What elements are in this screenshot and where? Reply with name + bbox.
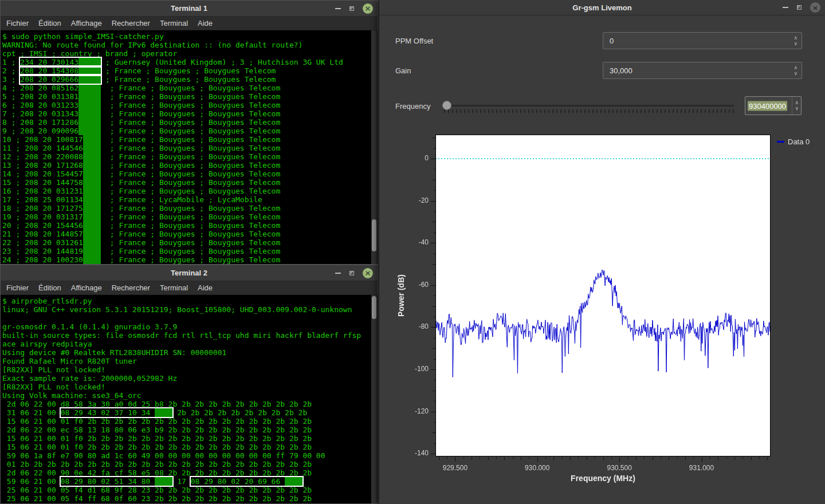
spin-up-icon[interactable]: ∧ [795, 100, 799, 105]
terminal1-menubar: FichierÉditionAffichageRechercherTermina… [1, 17, 378, 30]
y-tick [431, 201, 435, 202]
redaction-block [285, 477, 302, 486]
x-tick [628, 457, 628, 459]
terminal-line: 17 ; 208 25 001134 ; France ; LycaMobile… [2, 195, 378, 204]
menu-item[interactable]: Affichage [71, 19, 102, 27]
terminal2-scroll-thumb[interactable] [372, 296, 376, 319]
minimize-icon[interactable] [335, 273, 341, 274]
redaction-block [83, 212, 101, 221]
menu-item[interactable]: Affichage [71, 284, 102, 292]
gain-input[interactable]: 30,000 ∧∨ [603, 62, 802, 79]
x-tick [496, 457, 497, 459]
terminal-line: ace airspy redpitaya [2, 340, 378, 348]
terminal-line: 22 ; 208 20 031261 ; France ; Bouygues ;… [2, 238, 378, 247]
terminal-line: 59 06 21 00 08 29 80 02 51 34 80 17 08 2… [2, 477, 378, 486]
terminal-line: 15 06 21 00 01 f0 2b 2b 2b 2b 2b 2b 2b 2… [2, 434, 378, 443]
menu-item[interactable]: Édition [38, 19, 61, 27]
menu-item[interactable]: Édition [38, 284, 61, 292]
y-axis-label: Power (dB) [396, 274, 406, 317]
x-tick [669, 457, 669, 460]
frequency-slider-handle[interactable] [442, 101, 451, 110]
menu-item[interactable]: Rechercher [112, 284, 150, 292]
spin-down-icon[interactable]: ∨ [793, 71, 798, 76]
x-tick [742, 457, 743, 459]
terminal-line: 2d 06 22 00 ec 58 13 18 80 06 e3 b9 2b 2… [2, 426, 378, 434]
terminal-line: 2 ; 208 20 154308 ; France ; Bouygues ; … [2, 66, 378, 75]
terminal-line: 10 ; 208 20 100817 ; France ; Bouygues ;… [2, 135, 378, 144]
redaction-block [83, 195, 101, 204]
terminal-line: cpt ; IMSI ; country ; brand ; operator [2, 49, 378, 58]
redaction-block [83, 255, 101, 264]
close-icon[interactable]: × [810, 2, 820, 13]
terminal-line: 20 ; 208 20 154456 ; France ; Bouygues ;… [2, 221, 378, 230]
x-tick [587, 457, 587, 460]
x-tick [751, 457, 752, 460]
minimize-icon[interactable] [783, 7, 788, 8]
terminal1-window: Terminal 1 × FichierÉditionAffichageRech… [0, 0, 378, 265]
highlight-box: 08 29 43 02 37 10 34 [61, 408, 173, 417]
spin-up-icon[interactable]: ∧ [793, 65, 798, 70]
menu-item[interactable]: Terminal [160, 284, 188, 292]
redaction-block [83, 135, 101, 144]
redaction-block [78, 84, 101, 92]
livemon-window: Gr-gsm Livemon × PPM Offset 0 ∧∨ Gain 30… [379, 0, 825, 504]
restore-icon[interactable] [349, 6, 354, 11]
close-icon[interactable]: × [363, 3, 373, 14]
minimize-icon[interactable] [335, 8, 341, 9]
restore-icon[interactable] [349, 271, 354, 275]
terminal2-title: Terminal 2 [171, 269, 207, 277]
redaction-block [155, 477, 172, 486]
terminal-line: [R82XX] PLL not locked! [2, 383, 378, 391]
terminal-line: $ airprobe_rtlsdr.py [2, 297, 378, 305]
terminal-line: 4 ; 208 20 085162 ; France ; Bouygues ; … [2, 84, 378, 92]
frequency-slider-track[interactable] [444, 105, 734, 107]
x-tick [545, 457, 546, 459]
terminal-line: Using Volk machine: sse3_64_orc [2, 391, 378, 400]
terminal-line: 12 ; 208 20 220088 ; France ; Bouygues ;… [2, 152, 378, 161]
terminal-line: 23 ; 208 20 144819 ; France ; Bouygues ;… [2, 247, 378, 255]
terminal-line: 21 ; 208 20 144857 ; France ; Bouygues ;… [2, 230, 378, 238]
menu-item[interactable]: Rechercher [112, 19, 150, 27]
spin-up-icon[interactable]: ∧ [793, 36, 798, 41]
x-tick [710, 457, 710, 459]
terminal-line: 31 06 21 00 08 29 43 02 37 10 34 2b 2b 2… [2, 408, 378, 417]
livemon-titlebar[interactable]: Gr-gsm Livemon × [379, 0, 825, 15]
menu-item[interactable]: Fichier [6, 19, 29, 27]
spin-down-icon[interactable]: ∨ [793, 41, 798, 46]
terminal1-title: Terminal 1 [171, 4, 207, 13]
terminal2-content[interactable]: $ airprobe_rtlsdr.pylinux; GNU C++ versi… [1, 295, 378, 503]
terminal-line: 6 ; 208 20 031233 ; France ; Bouygues ; … [2, 101, 378, 109]
menu-item[interactable]: Aide [198, 284, 213, 292]
terminal1-content[interactable]: $ sudo python simple_IMSI-catcher.pyWARN… [1, 30, 378, 264]
menu-item[interactable]: Fichier [6, 284, 29, 292]
terminal1-scrollbar[interactable] [371, 30, 377, 264]
x-tick [562, 457, 563, 459]
y-tick [431, 285, 435, 286]
y-tick [431, 412, 435, 412]
terminal1-titlebar[interactable]: Terminal 1 × [1, 1, 378, 17]
terminal-line: 15 ; 208 20 144758 ; France ; Bouygues ;… [2, 178, 378, 187]
x-tick [653, 457, 653, 460]
terminal2-titlebar[interactable]: Terminal 2 × [1, 265, 378, 281]
x-tick [636, 457, 637, 460]
spectrum-trace-canvas [435, 135, 771, 456]
menu-item[interactable]: Terminal [160, 19, 188, 27]
terminal-line: [R82XX] PLL not locked! [2, 365, 378, 374]
terminal-line: 7 ; 208 20 031343 ; France ; Bouygues ; … [2, 109, 378, 118]
terminal-line: 11 ; 208 20 144546 ; France ; Bouygues ;… [2, 144, 378, 152]
terminal1-scroll-thumb[interactable] [372, 219, 376, 251]
terminal-line: 25 06 21 00 05 f4 d1 68 9f 28 23 2b 2b 2… [2, 486, 378, 494]
ppm-offset-input[interactable]: 0 ∧∨ [603, 32, 802, 49]
terminal2-scrollbar[interactable] [371, 295, 377, 503]
spin-down-icon[interactable]: ∨ [795, 106, 799, 111]
terminal-line: built-in source types: file osmosdr fcd … [2, 331, 378, 340]
menu-item[interactable]: Aide [198, 19, 213, 27]
gain-label: Gain [395, 66, 411, 75]
terminal-line: 59 06 1a 8f e7 90 80 ad 1c 60 49 00 00 0… [2, 451, 378, 460]
restore-icon[interactable] [797, 5, 802, 10]
frequency-input[interactable]: 930400000 ∧∨ [745, 96, 802, 115]
close-icon[interactable]: × [363, 268, 373, 278]
y-tick-label: -20 [419, 196, 429, 204]
terminal-line: 01 2b 2b 2b 2b 2b 2b 2b 2b 2b 2b 2b 2b 2… [2, 460, 378, 468]
x-tick-label: 930.500 [602, 464, 637, 472]
